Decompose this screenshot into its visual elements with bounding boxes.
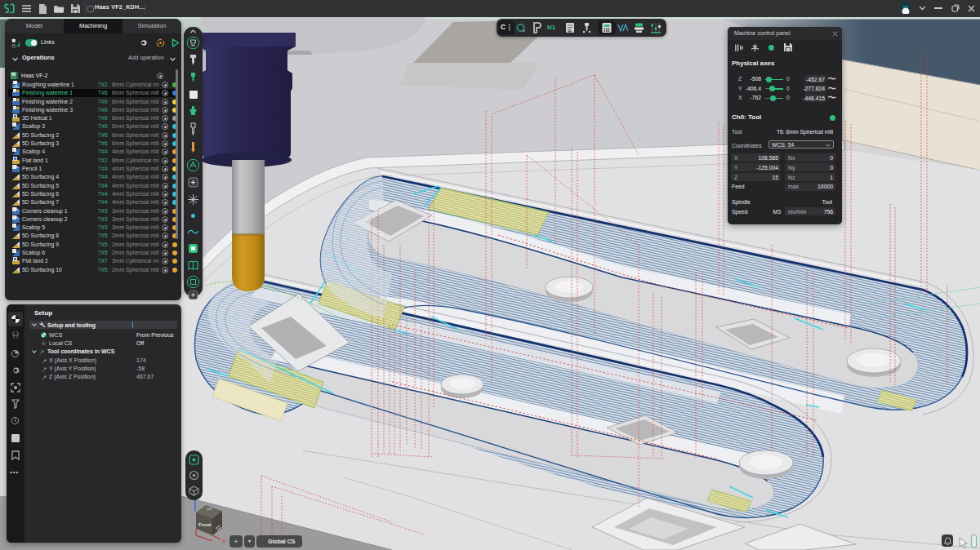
svg-text:X: X: [222, 539, 226, 544]
svg-text:Front: Front: [198, 522, 211, 527]
